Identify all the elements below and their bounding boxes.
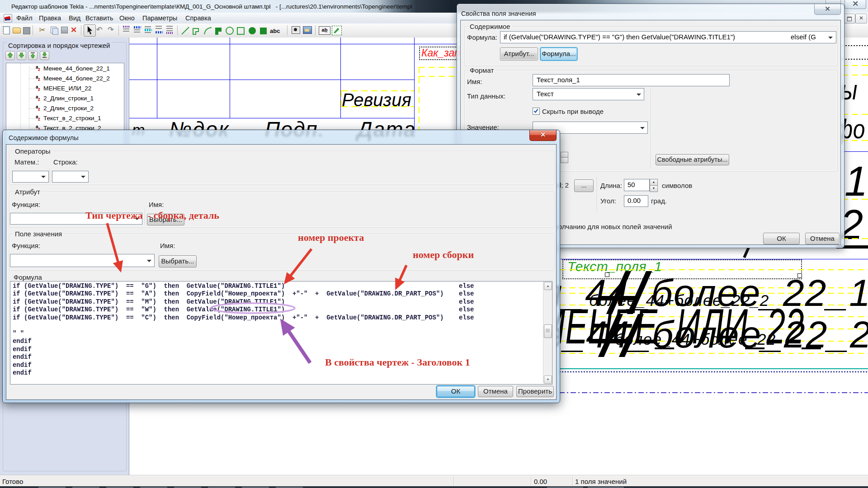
svg-text:номер проекта: номер проекта <box>298 232 364 243</box>
svg-text:В свойства чертеж - Заголовок: В свойства чертеж - Заголовок 1 <box>325 357 470 368</box>
svg-text:номер сборки: номер сборки <box>413 249 474 260</box>
svg-text:Тип чертежа - сборка, деталь: Тип чертежа - сборка, деталь <box>85 210 219 221</box>
